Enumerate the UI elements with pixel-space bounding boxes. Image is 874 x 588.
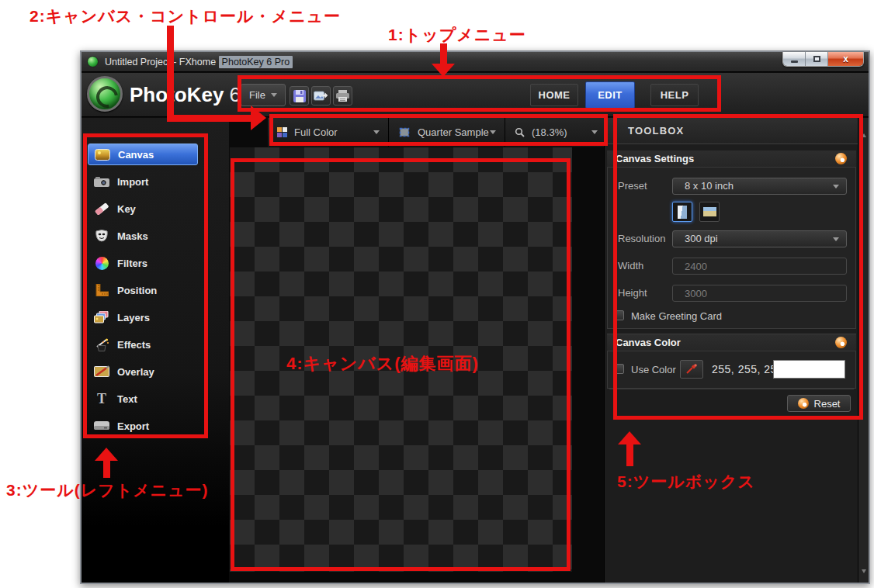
close-button[interactable]: x	[828, 52, 863, 66]
window-titlebar[interactable]: Untitled Project - FXhome PhotoKey 6 Pro…	[82, 52, 869, 72]
file-menu-button[interactable]: File	[241, 84, 286, 106]
minimize-button[interactable]	[783, 52, 806, 66]
scroll-up-icon[interactable]	[862, 133, 866, 137]
sidebar-item-overlay[interactable]: Overlay	[88, 361, 198, 382]
sidebar-item-position[interactable]: Position	[88, 279, 198, 301]
export-image-icon	[314, 91, 328, 102]
color-swatch[interactable]	[773, 360, 845, 379]
sidebar-item-label: Effects	[117, 339, 151, 351]
sidebar-item-import[interactable]: Import	[88, 171, 198, 192]
section-reset-icon[interactable]	[835, 153, 847, 164]
preset-value: 8 x 10 inch	[685, 180, 734, 192]
mask-icon	[93, 230, 110, 242]
close-icon: x	[843, 54, 848, 64]
preset-dropdown[interactable]: 8 x 10 inch	[672, 178, 847, 195]
file-menu-label: File	[249, 89, 265, 101]
chevron-down-icon	[833, 237, 839, 241]
sidebar-item-label: Export	[117, 420, 149, 432]
use-color-checkbox[interactable]	[614, 364, 624, 374]
width-input[interactable]	[672, 258, 847, 275]
annotation-arrow-elbow-vertical	[167, 26, 174, 121]
annotation-arrowhead-down	[432, 64, 455, 77]
tools-sidebar: Canvas Import Key Masks Filters Position	[82, 118, 229, 583]
ruler-icon	[93, 284, 110, 296]
annotation-arrowhead-right	[251, 105, 266, 130]
sidebar-item-effects[interactable]: Effects	[88, 334, 198, 355]
sidebar-item-canvas[interactable]: Canvas	[88, 144, 198, 165]
toolbox-title: TOOLBOX	[605, 118, 858, 144]
preset-label: Preset	[618, 180, 647, 192]
camera-icon	[93, 176, 110, 188]
top-menu-bar: PhotoKey 6 Pro File HOME EDIT HELP	[82, 73, 869, 117]
width-label: Width	[618, 260, 643, 272]
maximize-icon	[813, 56, 820, 62]
sidebar-item-label: Position	[117, 285, 157, 296]
sample-mode-dropdown[interactable]: Quarter Sample	[389, 118, 505, 147]
save-icon	[293, 90, 306, 102]
annotation-arrow-up	[626, 443, 633, 466]
orientation-landscape-button[interactable]	[699, 202, 720, 222]
sidebar-item-text[interactable]: T Text	[88, 388, 198, 410]
eyedropper-icon	[685, 364, 698, 375]
sidebar-item-layers[interactable]: Layers	[88, 306, 198, 328]
minimize-icon	[791, 61, 798, 63]
scroll-down-icon[interactable]	[862, 569, 866, 573]
reset-label: Reset	[814, 398, 841, 410]
color-grid-icon	[277, 127, 287, 137]
text-icon: T	[93, 392, 110, 406]
color-mode-dropdown[interactable]: Full Color	[268, 118, 388, 147]
chevron-down-icon	[833, 185, 839, 189]
chevron-down-icon	[591, 130, 598, 134]
canvas-color-header: Canvas Color	[607, 334, 856, 351]
overlay-brush-icon	[93, 365, 110, 378]
landscape-icon	[703, 207, 716, 216]
maximize-button[interactable]	[806, 52, 828, 66]
tab-edit[interactable]: EDIT	[585, 81, 635, 109]
magnifier-icon	[515, 127, 525, 137]
toolbox-scrollbar[interactable]	[858, 118, 869, 583]
greeting-card-checkbox[interactable]	[614, 310, 624, 320]
drive-icon	[93, 421, 110, 431]
reset-icon	[798, 398, 809, 409]
export-image-button[interactable]	[311, 86, 331, 105]
sidebar-item-label: Filters	[117, 258, 147, 269]
tab-help[interactable]: HELP	[650, 84, 699, 106]
wordmark-bold: PhotoKey	[130, 83, 224, 106]
sidebar-item-export[interactable]: Export	[88, 415, 198, 437]
eraser-icon	[93, 202, 110, 215]
sidebar-item-masks[interactable]: Masks	[88, 225, 198, 247]
print-button[interactable]	[333, 86, 352, 105]
canvas-icon	[94, 149, 111, 161]
sample-mode-value: Quarter Sample	[418, 126, 489, 138]
section-reset-icon[interactable]	[835, 337, 847, 348]
sidebar-item-label: Canvas	[118, 149, 154, 161]
annotation-label-top-menu: 1:トップメニュー	[388, 24, 526, 46]
tab-home[interactable]: HOME	[530, 84, 578, 106]
annotation-label-toolbox: 5:ツールボックス	[617, 471, 755, 493]
zoom-level-dropdown[interactable]: (18.3%)	[505, 118, 606, 147]
save-button[interactable]	[290, 86, 309, 105]
sample-icon	[398, 127, 411, 137]
canvas-settings-title: Canvas Settings	[616, 153, 694, 164]
layers-icon	[93, 311, 110, 323]
magic-wand-icon	[93, 338, 110, 351]
annotation-arrow-up	[103, 459, 110, 478]
sidebar-item-key[interactable]: Key	[88, 198, 198, 220]
window-title: Untitled Project - FXhome PhotoKey 6 Pro	[105, 57, 293, 67]
orientation-portrait-button[interactable]	[672, 202, 692, 222]
eyedropper-button[interactable]	[680, 360, 703, 379]
sidebar-item-label: Key	[117, 203, 136, 215]
color-mode-value: Full Color	[294, 126, 338, 138]
portrait-icon	[678, 206, 687, 219]
window-title-text: Untitled Project - FXhome	[105, 57, 219, 67]
resolution-dropdown[interactable]: 300 dpi	[672, 230, 847, 247]
canvas-settings-header: Canvas Settings	[607, 150, 856, 168]
sidebar-item-filters[interactable]: Filters	[88, 252, 198, 274]
height-input[interactable]	[672, 285, 847, 302]
canvas-control-menu: Full Color Quarter Sample (18.3%)	[268, 118, 606, 147]
photokey-logo-icon	[87, 76, 123, 112]
chevron-down-icon	[271, 93, 277, 97]
reset-button[interactable]: Reset	[787, 395, 851, 412]
sidebar-item-label: Masks	[117, 230, 148, 242]
print-icon	[336, 90, 349, 102]
